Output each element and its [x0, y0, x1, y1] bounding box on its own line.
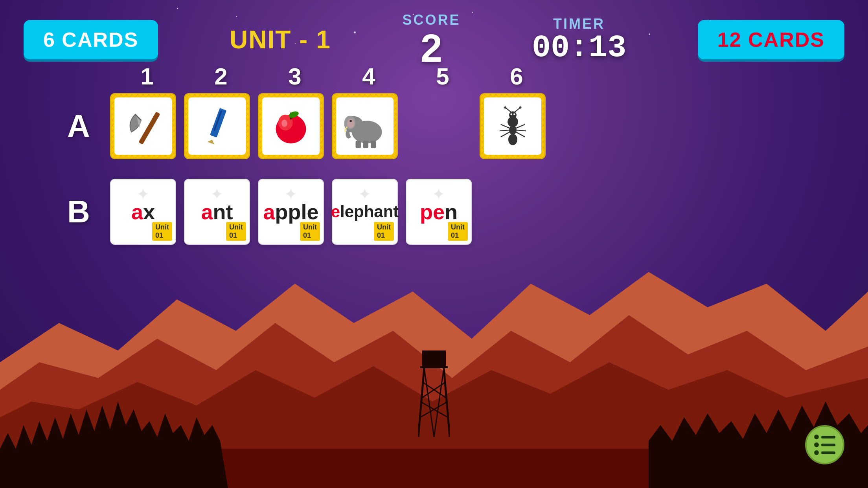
- svg-rect-18: [210, 108, 226, 138]
- menu-button[interactable]: [805, 425, 844, 464]
- elephant-icon: [342, 104, 388, 149]
- svg-point-25: [281, 120, 287, 127]
- unit-badge-apple: Unit01: [300, 222, 320, 241]
- word-text-pen: pen: [420, 200, 458, 224]
- svg-point-48: [510, 113, 512, 115]
- svg-rect-16: [138, 112, 160, 145]
- svg-line-42: [500, 124, 509, 128]
- header: 6 CARDS UNIT - 1 SCORE 2 TIMER 00:13 12 …: [0, 0, 868, 68]
- timer-section: TIMER 00:13: [532, 16, 626, 64]
- word-card-ant[interactable]: ✦ ant Unit01: [184, 179, 250, 245]
- col-num-2: 2: [184, 63, 258, 90]
- image-card-5-empty: [406, 93, 472, 159]
- col-num-5: 5: [406, 63, 480, 90]
- timer-value: 00:13: [532, 32, 626, 64]
- svg-rect-32: [370, 140, 375, 148]
- ant-icon: [490, 104, 535, 149]
- col-num-4: 4: [332, 63, 406, 90]
- svg-point-40: [504, 106, 506, 108]
- svg-line-44: [500, 132, 509, 136]
- unit-badge-elephant: Unit01: [374, 222, 394, 241]
- image-card-6[interactable]: [480, 93, 546, 159]
- svg-rect-31: [363, 140, 368, 148]
- image-card-3[interactable]: [258, 93, 324, 159]
- svg-point-41: [519, 106, 521, 108]
- svg-line-43: [499, 130, 509, 131]
- pen-icon: [195, 105, 239, 148]
- col-num-6: 6: [480, 63, 554, 90]
- svg-line-47: [516, 132, 525, 136]
- score-value: 2: [402, 28, 460, 68]
- 12-cards-button[interactable]: 12 CARDS: [698, 20, 844, 59]
- unit-badge-ax: Unit01: [152, 222, 172, 241]
- ui-layer: 6 CARDS UNIT - 1 SCORE 2 TIMER 00:13 12 …: [0, 0, 868, 488]
- column-numbers: 1 2 3 4 5 6: [110, 63, 821, 90]
- svg-marker-19: [208, 138, 215, 144]
- image-card-4[interactable]: [332, 93, 398, 159]
- axe-icon: [120, 103, 167, 150]
- apple-icon: [269, 105, 313, 148]
- unit-label: UNIT - 1: [230, 25, 331, 54]
- svg-point-49: [513, 113, 515, 115]
- svg-point-37: [509, 111, 516, 119]
- image-card-1[interactable]: [110, 93, 176, 159]
- word-card-elephant[interactable]: ✦ elephant Unit01: [332, 179, 398, 245]
- cards-area: 1 2 3 4 5 6 A: [0, 63, 868, 245]
- svg-point-34: [508, 134, 517, 145]
- word-text-ax: ax: [131, 200, 155, 224]
- col-num-1: 1: [110, 63, 184, 90]
- unit-badge-pen: Unit01: [448, 222, 468, 241]
- word-card-pen[interactable]: ✦ pen Unit01: [406, 179, 472, 245]
- svg-line-45: [516, 124, 525, 128]
- image-card-2[interactable]: [184, 93, 250, 159]
- svg-rect-30: [355, 140, 360, 148]
- svg-line-46: [516, 130, 526, 131]
- word-card-ax[interactable]: ✦ ax Unit01: [110, 179, 176, 245]
- menu-icon: [814, 435, 835, 455]
- row-b-label: B: [47, 194, 110, 230]
- word-text-elephant: elephant: [331, 202, 399, 221]
- word-text-apple: apple: [263, 200, 318, 224]
- word-text-ant: ant: [201, 200, 233, 224]
- row-b: B ✦ ax Unit01 ✦ ant Unit01 ✦: [47, 179, 821, 245]
- svg-point-33: [349, 120, 352, 122]
- unit-badge-ant: Unit01: [226, 222, 246, 241]
- 6-cards-button[interactable]: 6 CARDS: [24, 20, 158, 59]
- score-section: SCORE 2: [402, 12, 460, 68]
- row-a-label: A: [47, 108, 110, 144]
- word-card-apple[interactable]: ✦ apple Unit01: [258, 179, 324, 245]
- col-num-3: 3: [258, 63, 332, 90]
- row-a: A: [47, 93, 821, 159]
